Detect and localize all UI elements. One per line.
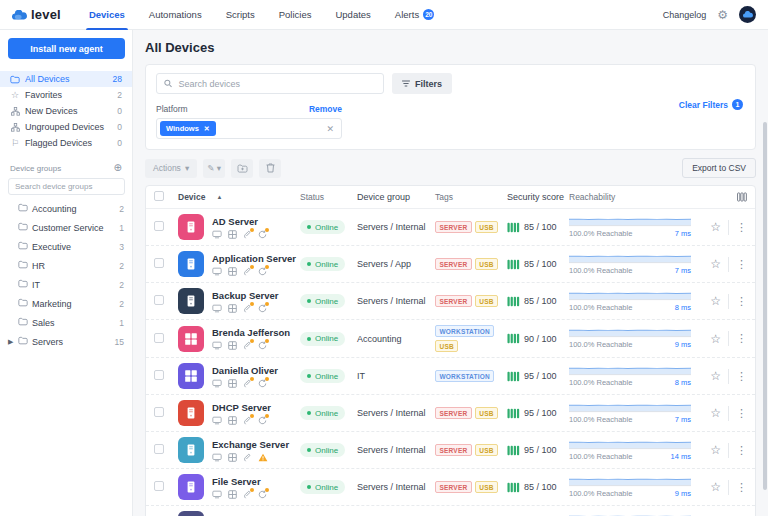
user-avatar[interactable]: [739, 6, 756, 23]
device-name[interactable]: Daniella Oliver: [212, 365, 278, 376]
row-checkbox[interactable]: [154, 258, 164, 268]
export-csv-button[interactable]: Export to CSV: [682, 158, 756, 178]
header-security-score[interactable]: Security score: [507, 192, 569, 202]
apps-grid-icon[interactable]: [228, 453, 237, 462]
attachment-icon[interactable]: [243, 416, 252, 425]
sync-icon[interactable]: [258, 341, 267, 350]
remote-screen-icon[interactable]: [212, 341, 222, 350]
favorite-star-icon[interactable]: ☆: [710, 407, 721, 419]
remote-screen-icon[interactable]: [212, 490, 222, 499]
column-settings-icon[interactable]: [737, 192, 747, 202]
sync-icon[interactable]: [258, 267, 267, 276]
move-to-group-button[interactable]: [231, 159, 253, 178]
remote-screen-icon[interactable]: [212, 230, 222, 239]
device-name[interactable]: Application Server: [212, 253, 296, 264]
filters-button[interactable]: Filters: [392, 73, 452, 94]
attachment-icon[interactable]: [243, 379, 252, 388]
table-row[interactable]: Brenda Jefferson Online Accounting WORKS…: [146, 320, 755, 358]
windows-filter-chip[interactable]: Windows✕: [160, 121, 216, 136]
favorite-star-icon[interactable]: ☆: [710, 370, 721, 382]
row-checkbox[interactable]: [154, 295, 164, 305]
attachment-icon[interactable]: [243, 453, 252, 462]
table-row[interactable]: Exchange Server Online Servers / Interna…: [146, 432, 755, 469]
row-checkbox[interactable]: [154, 481, 164, 491]
remote-screen-icon[interactable]: [212, 304, 222, 313]
delete-button[interactable]: [259, 159, 281, 178]
apps-grid-icon[interactable]: [228, 341, 237, 350]
apps-grid-icon[interactable]: [228, 416, 237, 425]
tab-scripts[interactable]: Scripts: [214, 0, 267, 30]
attachment-icon[interactable]: [243, 304, 252, 313]
device-search-field[interactable]: [156, 73, 384, 94]
row-menu-icon[interactable]: ⋮: [736, 259, 747, 270]
sync-icon[interactable]: [258, 490, 267, 499]
apps-grid-icon[interactable]: [228, 230, 237, 239]
tab-alerts[interactable]: Alerts20: [383, 0, 447, 30]
row-menu-icon[interactable]: ⋮: [736, 408, 747, 419]
favorite-star-icon[interactable]: ☆: [710, 258, 721, 270]
apps-grid-icon[interactable]: [228, 304, 237, 313]
sidebar-item-new-devices[interactable]: New Devices 0: [0, 103, 132, 119]
attachment-icon[interactable]: [243, 230, 252, 239]
remote-screen-icon[interactable]: [212, 453, 222, 462]
sidebar-item-favorites[interactable]: ☆ Favorites 2: [0, 87, 132, 103]
favorite-star-icon[interactable]: ☆: [710, 481, 721, 493]
device-name[interactable]: AD Server: [212, 216, 258, 227]
device-name[interactable]: Backup Server: [212, 290, 279, 301]
remove-filter-link[interactable]: Remove: [309, 104, 342, 114]
table-row[interactable]: DHCP Server Online Servers / Internal SE…: [146, 395, 755, 432]
sync-icon[interactable]: [258, 416, 267, 425]
sidebar-group-item[interactable]: ▶ IT 2: [0, 275, 132, 294]
table-row[interactable]: Application Server Online Servers / App …: [146, 246, 755, 283]
sidebar-group-item[interactable]: ▶ HR 2: [0, 256, 132, 275]
select-all-checkbox[interactable]: [154, 191, 164, 201]
sync-icon[interactable]: [258, 304, 267, 313]
sidebar-item-all-devices[interactable]: All Devices 28: [0, 71, 132, 87]
attachment-icon[interactable]: [243, 267, 252, 276]
row-checkbox[interactable]: [154, 221, 164, 231]
group-search-input[interactable]: [8, 178, 125, 195]
install-new-agent-button[interactable]: Install new agent: [8, 38, 125, 59]
remote-screen-icon[interactable]: [212, 267, 222, 276]
row-menu-icon[interactable]: ⋮: [736, 482, 747, 493]
changelog-link[interactable]: Changelog: [663, 10, 707, 20]
favorite-star-icon[interactable]: ☆: [710, 221, 721, 233]
row-checkbox[interactable]: [154, 444, 164, 454]
sidebar-group-item[interactable]: ▶ Executive 3: [0, 237, 132, 256]
header-reachability[interactable]: Reachability: [569, 192, 691, 202]
actions-dropdown-button[interactable]: Actions ▾: [145, 159, 197, 178]
row-menu-icon[interactable]: ⋮: [736, 222, 747, 233]
sidebar-group-item[interactable]: ▶ Marketing 2: [0, 294, 132, 313]
row-checkbox[interactable]: [154, 370, 164, 380]
sidebar-group-item[interactable]: ▶ Customer Service 1: [0, 218, 132, 237]
chip-close-icon[interactable]: ✕: [204, 125, 210, 133]
clear-filters-link[interactable]: Clear Filters 1: [679, 99, 743, 110]
add-group-icon[interactable]: ⊕: [114, 163, 122, 173]
favorite-star-icon[interactable]: ☆: [710, 333, 721, 345]
row-menu-icon[interactable]: ⋮: [736, 333, 747, 344]
apps-grid-icon[interactable]: [228, 490, 237, 499]
sync-icon[interactable]: [258, 379, 267, 388]
apps-grid-icon[interactable]: [228, 379, 237, 388]
device-name[interactable]: File Server: [212, 476, 261, 487]
table-row[interactable]: File Server Online Servers / Internal SE…: [146, 469, 755, 506]
row-menu-icon[interactable]: ⋮: [736, 445, 747, 456]
warning-icon[interactable]: [258, 453, 268, 462]
device-name[interactable]: DHCP Server: [212, 402, 271, 413]
sidebar-group-item[interactable]: ▶ Sales 1: [0, 313, 132, 332]
tab-devices[interactable]: Devices: [77, 0, 137, 30]
row-menu-icon[interactable]: ⋮: [736, 371, 747, 382]
favorite-star-icon[interactable]: ☆: [710, 444, 721, 456]
table-row[interactable]: Daniella Oliver Online IT WORKSTATION 95…: [146, 358, 755, 395]
header-device[interactable]: Device▲: [178, 192, 300, 202]
favorite-star-icon[interactable]: ☆: [710, 295, 721, 307]
header-device-group[interactable]: Device group: [357, 192, 435, 202]
attachment-icon[interactable]: [243, 490, 252, 499]
header-tags[interactable]: Tags: [435, 192, 507, 202]
row-menu-icon[interactable]: ⋮: [736, 296, 747, 307]
table-row[interactable]: Backup Server Online Servers / Internal …: [146, 283, 755, 320]
device-name[interactable]: Brenda Jefferson: [212, 327, 290, 338]
sidebar-group-item[interactable]: ▶ Servers 15: [0, 332, 132, 351]
table-row[interactable]: AD Server Online Servers / Internal SERV…: [146, 209, 755, 246]
device-name[interactable]: IIS Server: [212, 513, 256, 516]
